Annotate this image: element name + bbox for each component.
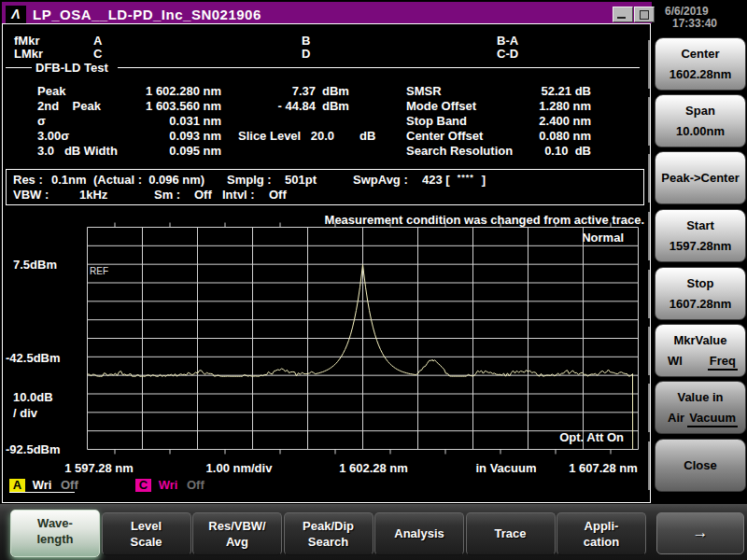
span-label: Span xyxy=(655,104,745,118)
sidebar-guide-mark xyxy=(648,97,650,146)
stop-button[interactable]: Stop1607.28nm xyxy=(655,267,746,320)
menu-tab-level-scale-label: Level xyxy=(103,519,190,533)
marker-cd-label: C-D xyxy=(497,47,518,61)
y-axis-ref-label: 7.5dBm xyxy=(13,258,57,272)
analysis-row-label: 2nd Peak xyxy=(37,99,101,113)
sidebar-guide-mark xyxy=(648,212,650,260)
span-button[interactable]: Span10.00nm xyxy=(655,94,746,147)
stop-value: 1607.28nm xyxy=(655,297,745,311)
trace-a-mode: Wri xyxy=(33,478,52,492)
menu-tab-wavelength-label: Wave- xyxy=(11,516,99,530)
menu-tab-analysis-label: Analysis xyxy=(375,526,463,540)
trace-c-state: Off xyxy=(187,478,204,492)
title-bar: Λ LP_OSA__LD-PD_Inc_SN021906 xyxy=(2,2,652,23)
analysis-row-value: 0.095 nm xyxy=(93,144,221,158)
panel-border-right xyxy=(650,24,651,502)
trace-c-selector[interactable]: C Wri Off xyxy=(135,478,204,492)
panel-border-top xyxy=(2,23,651,24)
minimize-button[interactable] xyxy=(613,7,633,22)
sm-value: Off xyxy=(194,188,212,202)
spectrum-chart xyxy=(87,222,639,455)
menu-tab-peak-dip-search-label: Search xyxy=(285,535,373,549)
menu-tab-application[interactable]: Appli-cation xyxy=(557,512,646,555)
menu-tab-res-vbw-avg-label: Avg xyxy=(193,535,281,549)
swpavg-bracket: ] xyxy=(482,173,486,187)
close-button[interactable]: Close xyxy=(655,439,746,492)
menu-tab-analysis[interactable]: Analysis xyxy=(374,512,464,555)
trace-a-underline xyxy=(9,492,75,493)
value-in-option-left: Air xyxy=(668,411,684,425)
lmkr-label: LMkr xyxy=(14,47,43,61)
swpavg-stars: **** xyxy=(458,173,474,182)
mkr-value-button[interactable]: MkrValueWlFreq xyxy=(655,324,746,377)
analysis-row-level: 7.37 xyxy=(233,84,316,98)
sidebar-guide-mark xyxy=(648,327,650,375)
analysis-row-value: 2.400 nm xyxy=(486,114,591,128)
menu-tab-wavelength-label: length xyxy=(11,532,99,546)
section-title: DFB-LD Test xyxy=(35,61,108,75)
analysis-row-unit: dBm xyxy=(322,99,349,113)
panel-border-left xyxy=(2,24,3,502)
peak-to-center-button[interactable]: Peak->Center xyxy=(655,151,746,204)
center-button[interactable]: Center1602.28nm xyxy=(655,37,746,91)
intvl-label: Intvl : xyxy=(222,188,255,202)
x-axis-medium-label: in Vacuum xyxy=(450,461,562,475)
app-logo-icon: Λ xyxy=(6,6,26,23)
restore-button[interactable] xyxy=(634,7,655,22)
analysis-row-label: 3.00σ xyxy=(37,129,69,143)
trace-a-swatch: A xyxy=(9,479,25,492)
start-button[interactable]: Start1597.28nm xyxy=(655,209,746,262)
trace-c-mode: Wri xyxy=(159,478,178,492)
x-axis-div-label: 1.00 nm/div xyxy=(183,461,295,475)
analysis-row-value: 1.280 nm xyxy=(486,99,591,113)
section-rule-left xyxy=(6,67,32,68)
x-axis-stop-label: 1 607.28 nm xyxy=(547,461,659,475)
stop-label: Stop xyxy=(655,276,745,290)
trace-a-selector[interactable]: A Wri Off xyxy=(9,478,78,492)
analysis-row-value: 0.031 nm xyxy=(93,114,221,128)
mkr-value-label: MkrValue xyxy=(655,333,745,347)
menu-tab-res-vbw-avg[interactable]: Res/VBW/Avg xyxy=(192,512,282,555)
value-in-label: Value in xyxy=(655,390,745,404)
menu-tab-level-scale[interactable]: LevelScale xyxy=(102,512,191,555)
marker-b-label: B xyxy=(302,34,310,48)
slice-level-unit: dB xyxy=(359,129,375,143)
sidebar-guide-mark xyxy=(648,154,650,203)
menu-tab-peak-dip-search[interactable]: Peak/DipSearch xyxy=(284,512,374,555)
menu-tab-trace[interactable]: Trace xyxy=(466,512,556,555)
menu-tab-application-label: cation xyxy=(557,535,645,549)
sidebar-guide-mark xyxy=(648,270,650,318)
trace-a-state: Off xyxy=(61,478,78,492)
section-rule-right xyxy=(118,67,640,68)
slice-level-value: 20.0 xyxy=(299,129,334,143)
menu-tab-application-label: Appli- xyxy=(557,519,645,533)
vbw-label: VBW : xyxy=(13,188,49,202)
menu-tab-wavelength[interactable]: Wave-length xyxy=(10,510,100,557)
smplg-value: 501pt xyxy=(285,173,317,187)
analysis-row-label: Stop Band xyxy=(406,114,467,128)
analysis-row-label: Mode Offset xyxy=(406,99,476,113)
swpavg-label: SwpAvg : xyxy=(353,173,408,187)
time-label: 17:33:40 xyxy=(672,17,728,30)
mkr-value-option-left: Wl xyxy=(668,354,683,368)
vbw-value: 1kHz xyxy=(79,188,107,202)
analysis-row-value: 52.21 dB xyxy=(486,84,591,98)
sidebar-guide-mark xyxy=(648,441,650,490)
window-title: LP_OSA__LD-PD_Inc_SN021906 xyxy=(33,7,261,22)
start-label: Start xyxy=(655,218,745,232)
center-value: 1602.28nm xyxy=(655,67,745,81)
fmkr-label: fMkr xyxy=(14,34,39,48)
slice-level-label: Slice Level xyxy=(238,129,301,143)
menu-tab-level-scale-label: Scale xyxy=(103,535,190,549)
menu-tab-peak-dip-search-label: Peak/Dip xyxy=(285,519,373,533)
span-value: 10.00nm xyxy=(655,124,745,138)
analysis-row-label: SMSR xyxy=(406,84,442,98)
marker-d-label: D xyxy=(302,47,310,61)
value-in-option-right: Vacuum xyxy=(687,411,738,427)
res-label: Res : xyxy=(13,173,43,187)
sidebar-guide-mark xyxy=(648,384,650,432)
value-in-button[interactable]: Value inAirVacuum xyxy=(655,381,746,434)
date-label: 6/6/2019 xyxy=(665,5,721,18)
arrow-right-icon: → xyxy=(693,524,709,541)
menu-more-button[interactable]: → xyxy=(656,512,744,554)
